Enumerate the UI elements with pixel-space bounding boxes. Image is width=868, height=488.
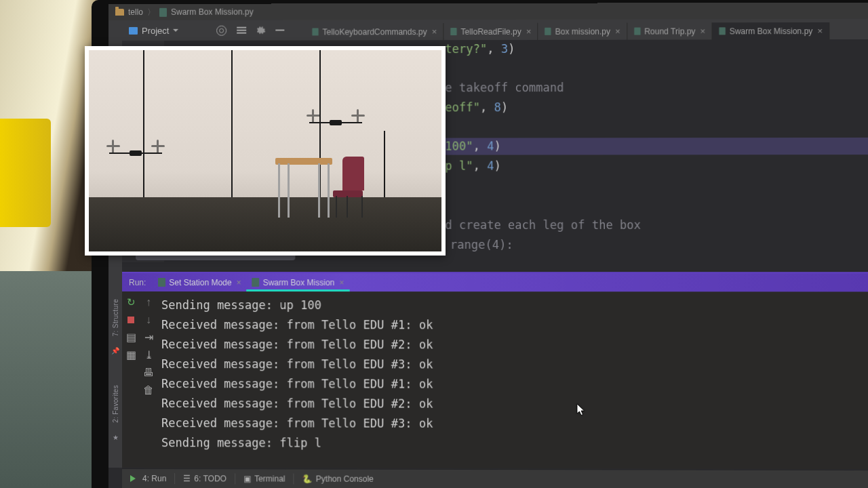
sidebar-favorites-tab[interactable]: 2: Favorites — [111, 381, 119, 427]
yellow-chair-photo — [0, 119, 51, 227]
python-file-icon — [158, 278, 165, 287]
python-file-icon — [159, 7, 167, 16]
table-photo — [275, 158, 332, 218]
video-overlay — [85, 46, 446, 256]
stop-icon[interactable] — [125, 314, 136, 325]
code-fragment: tery?", 3) — [445, 42, 515, 56]
breadcrumb: tello 〉 Swarm Box Mission.py — [108, 3, 868, 20]
tab-tellokeyboard[interactable]: TelloKeyboardCommands.py× — [305, 23, 443, 40]
code-comment: d create each leg of the box — [445, 218, 641, 232]
close-icon[interactable]: × — [432, 26, 437, 37]
close-icon[interactable]: × — [701, 26, 706, 36]
room-scene — [89, 50, 441, 251]
drone-1 — [109, 145, 162, 160]
play-icon — [130, 475, 139, 482]
gear-icon[interactable] — [256, 25, 266, 35]
down-arrow-icon[interactable]: ↓ — [144, 314, 154, 325]
toolbar: Project TelloKeyboardCommands.py× TelloR… — [108, 19, 868, 41]
breadcrumb-folder[interactable]: tello — [128, 7, 143, 17]
console-line: Sending message: up 100 — [161, 296, 868, 316]
pin-icon[interactable]: 📌 — [111, 346, 120, 355]
collapse-icon[interactable] — [237, 25, 247, 35]
code-fragment: p l", 4) — [445, 159, 500, 173]
rerun-icon[interactable]: ↻ — [125, 297, 136, 307]
chevron-right-icon: 〉 — [147, 6, 155, 18]
python-icon: 🐍 — [302, 474, 313, 484]
close-icon[interactable]: × — [817, 26, 823, 36]
tab-boxmission[interactable]: Box mission.py× — [538, 23, 627, 40]
run-tool-window: Run: Set Station Mode× Swarm Box Mission… — [122, 272, 868, 469]
layout2-icon[interactable]: ▦ — [125, 350, 136, 360]
tab-roundtrip[interactable]: Round Trip.py× — [627, 22, 712, 39]
up-arrow-icon[interactable]: ↑ — [144, 297, 154, 307]
mouse-cursor — [576, 403, 586, 417]
console-line: Received message: from Tello EDU #3: ok — [161, 413, 868, 434]
run-tab-setstation[interactable]: Set Station Mode× — [153, 275, 246, 290]
project-icon — [129, 26, 138, 34]
python-file-icon — [634, 28, 640, 35]
python-file-icon — [545, 28, 551, 35]
close-icon[interactable]: × — [526, 26, 532, 37]
locate-icon[interactable] — [217, 25, 227, 35]
console-line: Received message: from Tello EDU #3: ok — [161, 354, 868, 375]
code-fragment: eoff", 8) — [445, 100, 508, 114]
editor-tabs: TelloKeyboardCommands.py× TelloReadFile.… — [305, 19, 829, 41]
status-todo-button[interactable]: ☰6: TODO — [175, 474, 235, 483]
tab-telloreadfile[interactable]: TelloReadFile.py× — [443, 23, 538, 40]
status-bar: 4: Run ☰6: TODO ▣Terminal 🐍Python Consol… — [122, 468, 868, 488]
python-file-icon — [450, 28, 456, 35]
todo-icon: ☰ — [183, 474, 191, 483]
python-file-icon — [252, 278, 260, 287]
wall-seam — [143, 50, 144, 197]
project-dropdown[interactable]: Project — [123, 24, 184, 37]
terminal-icon: ▣ — [243, 474, 251, 483]
project-label: Project — [142, 25, 169, 35]
run-label: Run: — [122, 278, 153, 287]
scroll-icon[interactable]: ⤓ — [144, 350, 154, 360]
chevron-down-icon — [174, 29, 179, 35]
hide-icon[interactable] — [275, 25, 285, 35]
console-line: Received message: from Tello EDU #1: ok — [161, 374, 868, 394]
close-icon[interactable]: × — [339, 278, 344, 287]
console-line: Sending message: flip l — [161, 433, 868, 454]
close-icon[interactable]: × — [615, 26, 620, 37]
drone-2 — [309, 115, 362, 129]
breadcrumb-file[interactable]: Swarm Box Mission.py — [171, 7, 254, 17]
wrap-icon[interactable]: ⇥ — [144, 332, 154, 342]
wall-seam — [384, 131, 385, 197]
tab-swarmboxmission[interactable]: Swarm Box Mission.py× — [712, 22, 829, 39]
run-side-toolbar: ↻ ▤ ▦ ↑ ↓ ⇥ ⤓ 🖶 🗑 — [122, 291, 157, 468]
code-fragment: 100", 4) — [445, 139, 500, 152]
sidebar-structure-tab[interactable]: 7: Structure — [111, 295, 119, 340]
status-run-button[interactable]: 4: Run — [122, 474, 174, 483]
python-file-icon — [312, 28, 318, 35]
star-icon[interactable]: ★ — [111, 432, 120, 442]
trash-icon[interactable]: 🗑 — [144, 385, 154, 395]
console-line: Received message: from Tello EDU #1: ok — [161, 315, 868, 336]
console-output[interactable]: Sending message: up 100 Received message… — [161, 291, 868, 469]
code-comment: e takeoff command — [445, 81, 564, 94]
room-floor — [89, 197, 441, 251]
console-line: Received message: from Tello EDU #2: ok — [161, 394, 868, 415]
folder-icon — [115, 9, 124, 16]
console-line: Received message: from Tello EDU #2: ok — [161, 335, 868, 355]
print-icon[interactable]: 🖶 — [144, 367, 154, 378]
run-tabs-bar: Run: Set Station Mode× Swarm Box Mission… — [122, 273, 868, 291]
python-file-icon — [719, 27, 725, 35]
status-terminal-button[interactable]: ▣Terminal — [235, 474, 294, 483]
layout-icon[interactable]: ▤ — [125, 332, 136, 342]
chair-photo — [333, 157, 366, 218]
close-icon[interactable]: × — [237, 278, 241, 287]
status-pyconsole-button[interactable]: 🐍Python Console — [294, 474, 382, 484]
wall-seam — [231, 50, 233, 197]
run-tab-swarmbox[interactable]: Swarm Box Mission× — [247, 275, 350, 290]
